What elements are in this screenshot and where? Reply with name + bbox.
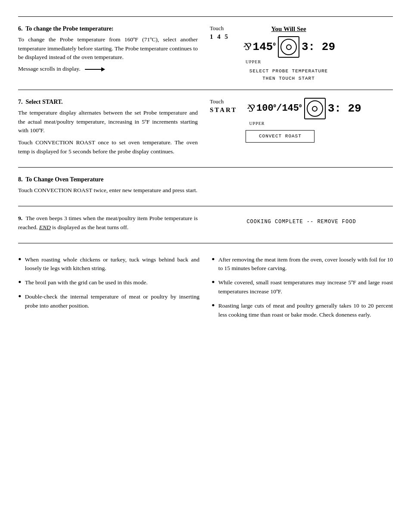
touch-label-7: Touch: [210, 98, 237, 106]
step-8-body: Touch CONVECTION ROAST twice, enter new …: [18, 186, 198, 195]
section-7: 7. Select START. The temperature display…: [18, 93, 393, 164]
probe-icon-7: ⅋: [246, 102, 254, 115]
knob-inner-6: [286, 44, 292, 50]
step-6-body: To change the Probe temperature from 160…: [18, 35, 198, 62]
section-7-left: 7. Select START. The temperature display…: [18, 98, 206, 159]
divider-9: [18, 206, 393, 206]
bullet-4: •: [212, 255, 215, 264]
section-8: 8. To Change Oven Temperature Touch CONV…: [18, 171, 393, 202]
tip-left-2: • The broil pan with the grid can be use…: [18, 278, 199, 287]
step-6-num: 6.: [18, 25, 23, 32]
temp-100-145: 1000/1450: [256, 102, 302, 115]
step-8-title: To Change Oven Temperature: [25, 176, 103, 183]
section-6-right: Touch 1 4 5 You Will See ⅋ 1450 3: 29 UP…: [206, 25, 393, 82]
touch-label-6: Touch: [210, 25, 229, 32]
tip-left-1-text: When roasting whole chickens or turkey, …: [25, 255, 199, 274]
tips-right-col: • After removing the meat item from the …: [212, 255, 393, 325]
display-area-6: You Will See ⅋ 1450 3: 29 UPPER SELECT P…: [242, 25, 335, 82]
convect-box: CONVECT ROAST: [246, 130, 314, 143]
knob-inner-7: [312, 106, 318, 112]
step-6-head: 6. To change the Probe temperature:: [18, 25, 198, 33]
caption-6: SELECT PROBE TEMPERATURETHEN TOUCH START: [242, 68, 335, 82]
knob-box-7: [304, 98, 326, 119]
knob-circle-7: [307, 100, 323, 117]
touch-value-6: 1 4 5: [210, 32, 229, 41]
section-9: 9. The oven beeps 3 times when the meat/…: [18, 210, 393, 240]
message-scrolls-row: Message scrolls in display.: [18, 65, 198, 73]
temp-145: 1450: [253, 39, 276, 55]
step-9-body: 9. The oven beeps 3 times when the meat/…: [18, 214, 198, 232]
divider-tips-top: [18, 243, 393, 243]
step-8-num: 8.: [18, 176, 23, 183]
knob-circle-6: [280, 39, 297, 55]
step-9-num: 9.: [18, 215, 22, 221]
tips-left-col: • When roasting whole chickens or turkey…: [18, 255, 199, 325]
touch-instruction-7: Touch START: [210, 98, 237, 115]
tip-right-1: • After removing the meat item from the …: [212, 255, 393, 274]
section-6-left: 6. To change the Probe temperature: To c…: [18, 25, 206, 82]
divider-7: [18, 90, 393, 90]
probe-icon-6: ⅋: [242, 40, 251, 54]
tip-left-3: • Double-check the internal temperature …: [18, 292, 199, 311]
cooking-complete-text: COOKING COMPLETE -- REMOVE FOOD: [210, 218, 393, 226]
touch-instruction-6: Touch 1 4 5: [210, 25, 229, 41]
step-7-num: 7.: [18, 99, 23, 105]
arrow-head: [101, 67, 105, 72]
tip-right-1-text: After removing the meat item from the ov…: [218, 255, 393, 274]
divider-8: [18, 167, 393, 168]
step-8-head: 8. To Change Oven Temperature: [18, 175, 198, 184]
end-text: END: [39, 224, 51, 230]
step-7-title: Select START.: [26, 99, 63, 105]
step-7-head: 7. Select START.: [18, 98, 198, 106]
time-7: 3: 29: [328, 101, 361, 116]
touch-value-7: START: [210, 106, 237, 115]
tips-section: • When roasting whole chickens or turkey…: [18, 255, 393, 325]
bullet-5: •: [212, 277, 215, 287]
arrow-right-icon: [85, 67, 105, 72]
step-7-body-1: The temperature display alternates betwe…: [18, 109, 198, 136]
tip-left-3-text: Double-check the internal temperature of…: [25, 292, 199, 311]
you-will-see-label: You Will See: [242, 25, 335, 34]
message-scrolls-text: Message scrolls in display.: [18, 65, 81, 73]
tip-left-2-text: The broil pan with the grid can be used …: [25, 278, 148, 287]
upper-label-6: UPPER: [246, 59, 335, 65]
bullet-3: •: [18, 292, 22, 301]
bullet-1: •: [18, 255, 22, 264]
arrow-shaft: [85, 69, 101, 70]
time-6: 3: 29: [302, 39, 335, 55]
section-8-left: 8. To Change Oven Temperature Touch CONV…: [18, 175, 206, 198]
step-7-body-2: Touch CONVECTION ROAST once to set oven …: [18, 138, 198, 156]
section-9-left: 9. The oven beeps 3 times when the meat/…: [18, 214, 206, 235]
tip-right-3: • Roasting large cuts of meat and poultr…: [212, 302, 393, 320]
tip-left-1: • When roasting whole chickens or turkey…: [18, 255, 199, 274]
section-6: 6. To change the Probe temperature: To c…: [18, 20, 393, 86]
convect-label: CONVECT ROAST: [246, 131, 314, 142]
tip-right-2: • While covered, small roast temperature…: [212, 278, 393, 296]
section-8-right: [206, 175, 393, 198]
display-area-7: ⅋ 1000/1450 3: 29 UPPER CONVECT ROAST: [246, 98, 361, 143]
bullet-2: •: [18, 277, 22, 287]
section-7-right: Touch START ⅋ 1000/1450 3: 29 UPPER CONV: [206, 98, 393, 159]
bullet-6: •: [212, 301, 215, 310]
step-6-title: To change the Probe temperature:: [25, 25, 113, 32]
display-panel-6: ⅋ 1450 3: 29: [242, 36, 335, 58]
upper-label-7: UPPER: [249, 121, 361, 127]
display-panel-7: ⅋ 1000/1450 3: 29: [246, 98, 361, 119]
knob-box-6: [278, 36, 299, 58]
tip-right-2-text: While covered, small roast temperatures …: [218, 278, 393, 296]
section-9-right: COOKING COMPLETE -- REMOVE FOOD: [206, 214, 393, 235]
tip-right-3-text: Roasting large cuts of meat and poultry …: [218, 302, 393, 320]
divider-top: [18, 16, 393, 17]
tips-columns: • When roasting whole chickens or turkey…: [18, 255, 393, 325]
